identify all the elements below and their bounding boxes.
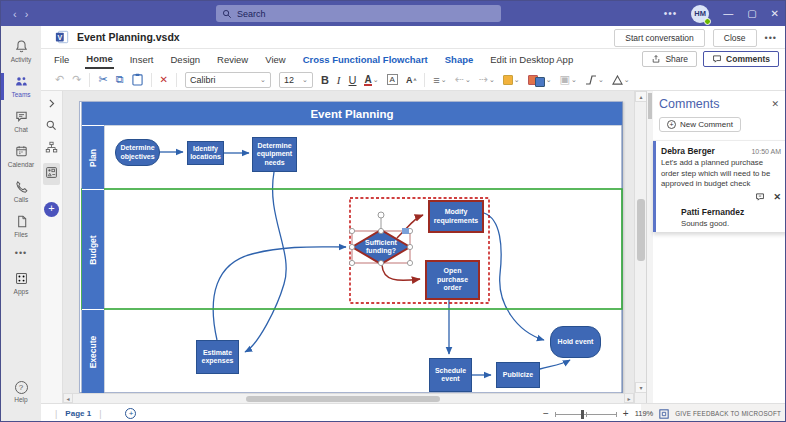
phone-icon [14,179,29,194]
font-name-select[interactable]: Calibri⌄ [185,72,271,88]
underline-button[interactable]: U [349,74,357,86]
text-highlight-button[interactable]: A [387,74,398,85]
bold-button[interactable]: B [321,74,329,86]
tab-cross-functional-flowchart[interactable]: Cross Functional Flowchart [302,51,429,68]
shape-open-purchase-order[interactable]: Open purchase order [425,260,480,300]
vertical-scroll-thumb[interactable] [637,199,645,261]
zoom-percentage[interactable]: 119% [635,409,654,418]
search-box[interactable] [216,5,501,22]
close-window-button[interactable]: ✕ [771,8,779,19]
tab-insert[interactable]: Insert [129,51,155,68]
maximize-button[interactable]: ▢ [747,8,756,19]
shape-determine-objectives[interactable]: Determine objectives [115,139,160,166]
tab-design[interactable]: Design [169,51,201,68]
comments-scrollbar[interactable] [647,91,653,403]
shape-effects-button[interactable]: ⌄ [612,75,630,85]
scroll-left-arrow[interactable]: ◂ [63,393,73,403]
close-comments-icon[interactable]: ✕ [771,99,779,109]
reply-text: Sounds good. [681,219,781,230]
sidebar-item-teams[interactable]: Teams [1,69,41,104]
comments-button[interactable]: Comments [703,51,779,67]
back-arrow-icon[interactable]: ‹ [13,8,25,20]
tab-file[interactable]: File [53,51,70,68]
comments-scroll-thumb[interactable] [648,93,652,119]
copy-button[interactable]: ⧉ [116,73,124,86]
undo-button[interactable]: ↶ [55,73,64,86]
sidebar-item-chat[interactable]: Chat [1,104,41,139]
delete-button[interactable]: ✕ [160,74,168,85]
shape-determine-equipment-needs[interactable]: Determine equipment needs [252,137,297,172]
sidebar-item-files[interactable]: Files [1,209,41,244]
comment-thread[interactable]: Debra Berger 10:50 AM Let's add a planne… [653,140,786,232]
align-button[interactable]: ≡⌄ [433,74,446,86]
arrow-end-button[interactable]: ⇢⌄ [479,73,495,86]
search-input[interactable] [237,9,457,19]
font-color-button[interactable]: A⌄ [364,74,378,85]
shape-schedule-event[interactable]: Schedule event [429,358,472,392]
tab-shape[interactable]: Shape [444,51,475,68]
new-comment-button[interactable]: + New Comment [659,117,741,132]
search-shapes-icon[interactable] [45,119,58,132]
sidebar-item-help[interactable]: ? Help [1,376,41,409]
comment-reply[interactable]: Patti Fernandez Sounds good. [661,202,781,230]
zoom-slider[interactable] [555,409,617,419]
shape-modify-requirements[interactable]: Modify requirements [428,200,484,233]
help-icon: ? [15,381,28,394]
group-button[interactable]: ▣⌄ [560,73,577,86]
tab-view[interactable]: View [264,51,286,68]
share-button[interactable]: Share [642,51,697,67]
minimize-button[interactable]: — [723,8,733,19]
font-size-select[interactable]: 12⌄ [279,72,313,88]
shapes-stencil-button[interactable] [43,163,60,185]
horizontal-scrollbar[interactable]: ◂ ▸ [63,393,634,403]
topbar-more-icon[interactable]: ••• [664,8,678,19]
delete-comment-icon[interactable]: ✕ [773,192,781,202]
forward-arrow-icon[interactable]: › [25,8,37,20]
zoom-slider-thumb[interactable] [581,410,584,419]
avatar[interactable]: HM [691,5,709,23]
feedback-link[interactable]: GIVE FEEDBACK TO MICROSOFT [675,410,781,417]
shape-sufficient-funding[interactable]: Sufficient funding? [354,233,408,261]
add-page-button[interactable]: + [125,408,136,419]
sidebar-item-calls[interactable]: Calls [1,174,41,209]
drawing-canvas[interactable]: Event Planning Plan Budget Execute Deter… [63,91,634,403]
fit-to-window-icon[interactable] [659,405,669,422]
tab-home[interactable]: Home [85,50,113,69]
horizontal-scroll-thumb[interactable] [246,396,440,402]
lane-budget[interactable]: Budget [82,189,104,309]
scroll-right-arrow[interactable]: ▸ [624,393,634,403]
edit-in-desktop-app-button[interactable]: Edit in Desktop App [489,51,574,68]
shape-estimate-expenses[interactable]: Estimate expenses [196,340,239,374]
arrow-start-button[interactable]: ⇠⌄ [455,73,471,86]
drawing-page[interactable]: Event Planning Plan Budget Execute Deter… [79,101,623,393]
lane-execute[interactable]: Execute [82,309,104,394]
shape-hold-event[interactable]: Hold event [550,326,601,358]
document-more-icon[interactable]: ••• [765,33,777,43]
sidebar-item-calendar[interactable]: Calendar [1,139,41,174]
tab-review[interactable]: Review [216,51,249,68]
cut-button[interactable]: ✂ [98,73,107,86]
diagram-hierarchy-icon[interactable] [45,141,58,154]
expand-panel-icon[interactable] [45,97,58,110]
page-tab-1[interactable]: Page 1 [65,409,91,418]
shape-styles-button[interactable]: ⌄ [528,73,552,87]
grow-font-button[interactable]: A^ [406,75,416,85]
italic-button[interactable]: I [337,74,341,86]
add-shape-button[interactable]: + [44,202,59,217]
vertical-scrollbar[interactable]: ▴ ▾ [634,91,646,403]
shape-publicize[interactable]: Publicize [496,362,540,388]
sidebar-more-icon[interactable]: ••• [15,244,27,266]
start-conversation-button[interactable]: Start conversation [614,29,705,47]
redo-button[interactable]: ↷ [72,73,81,86]
paste-button[interactable] [132,73,143,86]
close-document-button[interactable]: Close [713,29,757,47]
zoom-in-button[interactable]: + [623,408,629,419]
sidebar-item-apps[interactable]: Apps [1,266,41,301]
shape-fill-button[interactable]: ⌄ [503,75,520,85]
reply-comment-icon[interactable] [755,192,765,202]
lane-plan[interactable]: Plan [82,125,104,189]
connector-button[interactable]: ⌄ [585,75,604,85]
sidebar-item-activity[interactable]: Activity [1,34,41,69]
shape-identify-locations[interactable]: Identify locations [187,141,224,165]
zoom-out-button[interactable]: − [543,408,549,419]
